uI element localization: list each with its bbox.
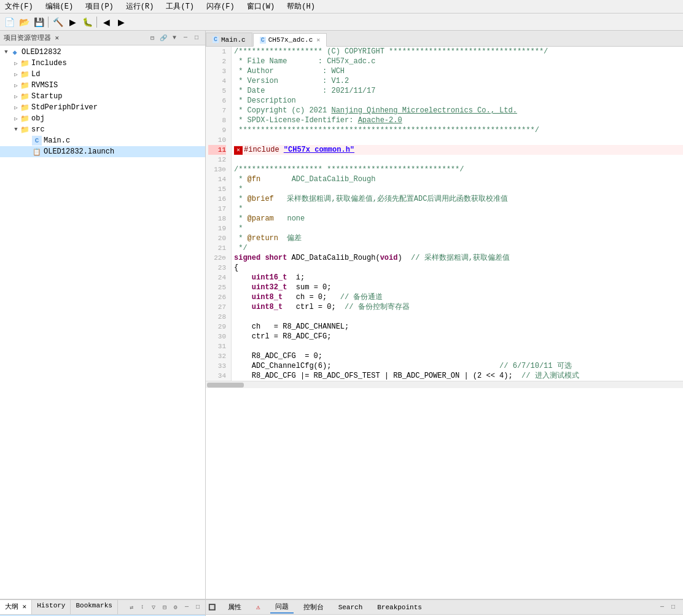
outline-tab-bookmarks[interactable]: Bookmarks <box>71 600 117 614</box>
problems-panel-icon: 🔲 <box>208 604 216 611</box>
menu-project[interactable]: 项目(P) <box>83 1 116 12</box>
tree-item-stdperiphdriver[interactable]: ▷ 📁 StdPeriphDriver <box>0 102 205 113</box>
toggle-rvmsis[interactable]: ▷ <box>12 82 20 89</box>
link-editor-button[interactable]: 🔗 <box>158 33 168 43</box>
maximize-button[interactable]: □ <box>192 33 201 43</box>
tree-item-oled12832[interactable]: ▼ ◆ OLED12832 <box>0 47 205 58</box>
ln-15: 15 <box>208 184 226 194</box>
outline-settings-button[interactable]: ⚙ <box>171 602 181 612</box>
ch57x-tab-close[interactable]: ✕ <box>316 36 320 44</box>
code-line-3: * Author : WCH <box>234 66 683 76</box>
toggle-startup[interactable]: ▷ <box>12 93 20 100</box>
menu-flash[interactable]: 闪存(F) <box>204 1 237 12</box>
cfile-icon-mainc: C <box>32 136 42 146</box>
problems-tab-breakpoints[interactable]: Breakpoints <box>372 602 427 612</box>
menu-edit[interactable]: 编辑(E) <box>43 1 76 12</box>
tree-item-obj[interactable]: ▷ 📁 obj <box>0 113 205 124</box>
code-line-32: R8_ADC_CFG = 0; <box>234 351 683 361</box>
project-icon: ◆ <box>10 47 20 57</box>
outline-panel: 大纲 ✕ History Bookmarks ⇄ ↕ ▽ ⊟ ⚙ ─ □ CH5… <box>0 600 206 616</box>
editor-tab-bar: C Main.c C CH57x_adc.c ✕ <box>206 31 683 47</box>
toggle-includes[interactable]: ▷ <box>12 60 20 67</box>
menu-file[interactable]: 文件(F) <box>2 1 36 12</box>
problems-tab-bar: 🔲 属性 ⚠ 问题 控制台 Search Breakpoints ─ □ <box>206 600 683 615</box>
debug-button[interactable]: 🐛 <box>80 15 94 29</box>
ln-28: 28 <box>208 312 226 322</box>
editor-hscrollbar[interactable] <box>206 381 683 388</box>
code-line-9: ****************************************… <box>234 125 683 135</box>
forward-button[interactable]: ▶ <box>114 15 128 29</box>
ln-17: 17 <box>208 204 226 214</box>
toggle-oled12832[interactable]: ▼ <box>2 49 10 56</box>
ln-31: 31 <box>208 341 226 351</box>
toggle-stdperiphdriver[interactable]: ▷ <box>12 104 20 111</box>
outline-tab-history[interactable]: History <box>32 600 71 614</box>
build-button[interactable]: 🔨 <box>51 15 64 29</box>
open-button[interactable]: 📂 <box>17 15 31 29</box>
run-button[interactable]: ▶ <box>66 15 79 29</box>
ln-22: 22⊖ <box>208 253 226 263</box>
toolbar: 📄 📂 💾 🔨 ▶ 🐛 ◀ ▶ <box>0 14 683 31</box>
tree-item-includes[interactable]: ▷ 📁 Includes <box>0 58 205 69</box>
menu-window[interactable]: 窗口(W) <box>244 1 278 12</box>
folder-icon-ld: 📁 <box>20 69 29 79</box>
problems-tab-properties[interactable]: 属性 <box>223 601 246 613</box>
back-button[interactable]: ◀ <box>100 15 113 29</box>
outline-sync-button[interactable]: ⇄ <box>127 602 136 612</box>
menu-run[interactable]: 运行(R) <box>123 1 157 12</box>
code-line-16: * @brief 采样数据粗调,获取偏差值,必须先配置ADC后调用此函数获取校准… <box>234 194 683 204</box>
problems-tab-problems[interactable]: 问题 <box>270 601 294 614</box>
tree-item-ld[interactable]: ▷ 📁 Ld <box>0 69 205 80</box>
outline-tab-outline[interactable]: 大纲 ✕ <box>0 600 32 614</box>
tab-mainc[interactable]: C Main.c <box>206 33 252 46</box>
collapse-all-button[interactable]: ⊟ <box>147 33 157 43</box>
folder-icon-rvmsis: 📁 <box>20 80 29 90</box>
tab-ch57x-adc[interactable]: C CH57x_adc.c ✕ <box>253 33 327 47</box>
hscroll-thumb[interactable] <box>207 383 244 388</box>
outline-sort-button[interactable]: ↕ <box>138 602 147 612</box>
save-button[interactable]: 💾 <box>32 15 45 29</box>
problems-tab-search[interactable]: Search <box>334 602 368 612</box>
ln-26: 26 <box>208 292 226 302</box>
minimize-button[interactable]: ─ <box>181 33 190 43</box>
menu-help[interactable]: 帮助(H) <box>284 1 318 12</box>
code-line-19: * <box>234 224 683 233</box>
outline-maximize-button[interactable]: □ <box>193 602 203 612</box>
error-marker-11: ✕ <box>234 146 243 155</box>
ln-12: 12 <box>208 155 226 165</box>
launch-icon: 📋 <box>32 147 42 157</box>
tree-item-startup[interactable]: ▷ 📁 Startup <box>0 91 205 102</box>
tree-item-launch[interactable]: 📋 OLED12832.launch <box>0 146 205 157</box>
problems-minimize-button[interactable]: ─ <box>657 602 667 612</box>
ln-34: 34 <box>208 371 226 381</box>
ln-23: 23 <box>208 263 226 273</box>
tree-label-src: src <box>31 125 45 134</box>
outline-collapse-button[interactable]: ⊟ <box>160 602 170 612</box>
problems-panel-actions: ─ □ <box>432 602 681 612</box>
menu-tools[interactable]: 工具(T) <box>163 1 197 12</box>
ln-3: 3 <box>208 66 226 76</box>
code-line-2: * File Name : CH57x_adc.c <box>234 57 683 66</box>
folder-icon-startup: 📁 <box>20 92 29 101</box>
folder-icon-obj: 📁 <box>20 114 29 123</box>
toggle-placeholder2 <box>25 148 32 155</box>
ln-27: 27 <box>208 302 226 312</box>
new-button[interactable]: 📄 <box>2 15 16 29</box>
panel-menu-button[interactable]: ▼ <box>170 33 179 43</box>
toggle-obj[interactable]: ▷ <box>12 115 20 122</box>
tree-item-mainc[interactable]: C Main.c <box>0 135 205 146</box>
ln-29: 29 <box>208 322 226 332</box>
toggle-src[interactable]: ▼ <box>12 126 20 133</box>
tree-item-rvmsis[interactable]: ▷ 📁 RVMSIS <box>0 80 205 91</box>
toggle-ld[interactable]: ▷ <box>12 71 20 78</box>
code-line-11: ✕#include "CH57x_common.h" <box>234 145 683 155</box>
code-editor[interactable]: 1 2 3 4 5 6 7 8 9 10 11 12 13⊖ 14 15 16 <box>206 47 683 599</box>
tree-item-src[interactable]: ▼ 📁 src <box>0 124 205 135</box>
problems-tab-console[interactable]: 控制台 <box>299 601 329 613</box>
code-line-30: ctrl = R8_ADC_CFG; <box>234 332 683 341</box>
outline-minimize-button[interactable]: ─ <box>182 602 192 612</box>
problems-maximize-button[interactable]: □ <box>668 602 678 612</box>
sep1 <box>48 17 49 28</box>
outline-filter-button[interactable]: ▽ <box>149 602 158 612</box>
tree-label-obj: obj <box>31 114 45 123</box>
